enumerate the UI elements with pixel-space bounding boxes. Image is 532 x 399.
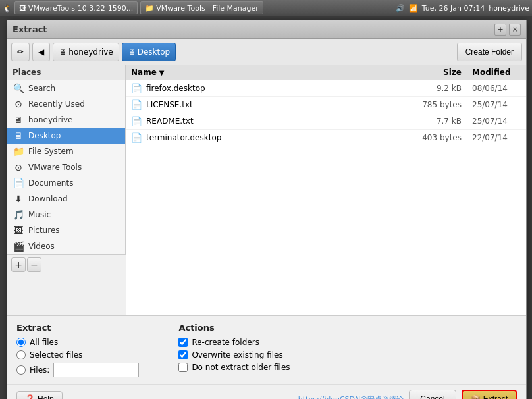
all-files-radio[interactable] — [16, 338, 26, 347]
sidebar-header: Places — [7, 65, 125, 80]
sidebar-item-recently-used[interactable]: ⊙ Recently Used — [7, 96, 125, 112]
sidebar-label-desktop: Desktop — [28, 131, 61, 140]
files-radio[interactable] — [16, 365, 26, 375]
sidebar-bottom-toolbar: + − — [7, 254, 126, 275]
music-icon: 🎵 — [13, 209, 24, 220]
overwrite-files-option[interactable]: Overwrite existing files — [178, 350, 290, 359]
no-older-files-option[interactable]: Do not extract older files — [178, 363, 290, 372]
selected-files-option[interactable]: Selected files — [16, 350, 139, 359]
desktop-label: Desktop — [138, 47, 171, 57]
sidebar-label-file-system: File System — [28, 147, 74, 156]
recreate-folders-checkbox[interactable] — [178, 338, 188, 347]
create-folder-button[interactable]: Create Folder — [457, 43, 522, 61]
desktop-icon: 🖥 — [128, 47, 136, 57]
sidebar-label-pictures: Pictures — [28, 226, 60, 235]
file-list-header: Name ▼ Size Modified — [126, 65, 526, 80]
file-size-cell: 7.7 kB — [408, 114, 467, 128]
help-button[interactable]: ❓ Help — [16, 391, 63, 399]
sidebar-item-music[interactable]: 🎵 Music — [7, 207, 125, 223]
sidebar-label-search: Search — [28, 84, 55, 93]
honeydrive-drive-icon: 🖥 — [59, 47, 66, 57]
sidebar-item-download[interactable]: ⬇ Download — [7, 191, 125, 207]
recreate-folders-option[interactable]: Re-create folders — [178, 338, 290, 347]
no-older-files-checkbox[interactable] — [178, 363, 188, 372]
taskbar-right: 🔊 📶 Tue, 26 Jan 07:14 honeydrive — [396, 4, 529, 13]
dialog-close-button[interactable]: × — [509, 24, 521, 36]
datetime: Tue, 26 Jan 07:14 — [422, 4, 485, 13]
file-size-cell: 785 bytes — [408, 97, 467, 112]
back-icon: ◀ — [38, 47, 44, 57]
desktop-breadcrumb[interactable]: 🖥 Desktop — [122, 43, 176, 61]
file-name-cell: 📄 firefox.desktop — [126, 80, 408, 96]
file-manager-label: VMware Tools - File Manager — [156, 4, 258, 13]
remove-location-button[interactable]: − — [27, 257, 41, 272]
vmware-tools-sidebar-icon: ⊙ — [13, 162, 24, 173]
extract-dialog: Extract + × ✏ ◀ 🖥 honeydrive 🖥 Desktop C… — [7, 20, 527, 399]
sidebar-item-documents[interactable]: 📄 Documents — [7, 175, 125, 191]
extract-icon: 📦 — [471, 394, 481, 399]
cancel-button[interactable]: Cancel — [409, 390, 456, 399]
sidebar-item-honeydrive[interactable]: 🖥 honeydrive — [7, 112, 125, 128]
sidebar-item-videos[interactable]: 🎬 Videos — [7, 238, 125, 254]
sidebar-item-vmware-tools[interactable]: ⊙ VMware Tools — [7, 159, 125, 175]
sidebar-label-recently-used: Recently Used — [28, 99, 85, 109]
column-name-label: Name — [131, 68, 157, 77]
extract-section-title: Extract — [16, 323, 139, 332]
file-name: firefox.desktop — [146, 84, 205, 93]
edit-icon: ✏ — [17, 47, 24, 57]
add-location-button[interactable]: + — [11, 257, 26, 272]
sidebar-item-search[interactable]: 🔍 Search — [7, 80, 125, 96]
file-name: README.txt — [146, 117, 194, 126]
file-icon: 📄 — [131, 132, 142, 143]
honeydrive-breadcrumb[interactable]: 🖥 honeydrive — [53, 43, 119, 61]
sound-icon: 🔊 — [396, 4, 405, 13]
sidebar-item-pictures[interactable]: 🖼 Pictures — [7, 223, 125, 238]
recently-used-icon: ⊙ — [13, 99, 24, 109]
sidebar: Places 🔍 Search ⊙ Recently Used 🖥 honeyd… — [7, 65, 126, 254]
file-icon: 📄 — [131, 99, 142, 110]
action-buttons: https://blogCSDN@安桌系统论 Cancel 📦 Extract — [298, 390, 517, 399]
actions-section-title: Actions — [178, 323, 290, 332]
file-icon: 📄 — [131, 116, 142, 126]
all-files-option[interactable]: All files — [16, 338, 139, 347]
no-older-files-label: Do not extract older files — [192, 363, 290, 372]
overwrite-files-checkbox[interactable] — [178, 350, 188, 359]
videos-icon: 🎬 — [13, 241, 24, 252]
selected-files-label: Selected files — [30, 350, 82, 359]
system-icon: 🐧 — [3, 4, 12, 13]
taskbar-app-vmware-tools[interactable]: 🖼 VMwareTools-10.3.22-1590... — [14, 1, 138, 14]
column-modified-label: Modified — [472, 68, 511, 77]
table-row[interactable]: 📄 README.txt 7.7 kB 25/07/14 — [126, 113, 526, 130]
column-name[interactable]: Name ▼ — [126, 65, 408, 80]
user-label: honeydrive — [489, 4, 529, 13]
extract-button[interactable]: 📦 Extract — [462, 390, 517, 399]
toolbar: ✏ ◀ 🖥 honeydrive 🖥 Desktop Create Folder — [7, 39, 526, 65]
table-row[interactable]: 📄 firefox.desktop 9.2 kB 08/06/14 — [126, 80, 526, 97]
file-name: terminator.desktop — [146, 133, 221, 142]
all-files-label: All files — [30, 338, 58, 347]
honeydrive-label: honeydrive — [68, 47, 113, 57]
file-icon: 📄 — [131, 83, 142, 93]
file-size-cell: 9.2 kB — [408, 81, 467, 95]
column-modified[interactable]: Modified — [467, 65, 526, 80]
file-name-cell: 📄 LICENSE.txt — [126, 97, 408, 113]
table-row[interactable]: 📄 terminator.desktop 403 bytes 22/07/14 — [126, 130, 526, 146]
help-label: Help — [38, 394, 54, 399]
table-row[interactable]: 📄 LICENSE.txt 785 bytes 25/07/14 — [126, 97, 526, 113]
files-option[interactable]: Files: — [16, 363, 139, 377]
selected-files-radio[interactable] — [16, 350, 26, 359]
sidebar-item-file-system[interactable]: 📁 File System — [7, 144, 125, 159]
column-size[interactable]: Size — [408, 65, 467, 80]
extract-label: Extract — [483, 394, 508, 399]
taskbar-app-file-manager[interactable]: 📁 VMware Tools - File Manager — [140, 1, 263, 14]
file-list: Name ▼ Size Modified 📄 firefox.desktop 9… — [126, 65, 526, 315]
sidebar-item-desktop[interactable]: 🖥 Desktop — [7, 128, 125, 144]
edit-button[interactable]: ✏ — [11, 43, 30, 61]
sidebar-label-music: Music — [28, 210, 51, 219]
dialog-plus-button[interactable]: + — [494, 24, 506, 36]
files-input[interactable] — [53, 363, 139, 377]
file-manager-icon: 📁 — [145, 4, 154, 13]
back-button[interactable]: ◀ — [32, 43, 50, 61]
bottom-buttons-bar: ❓ Help https://blogCSDN@安桌系统论 Cancel 📦 E… — [7, 384, 526, 399]
network-icon: 📶 — [409, 4, 418, 13]
